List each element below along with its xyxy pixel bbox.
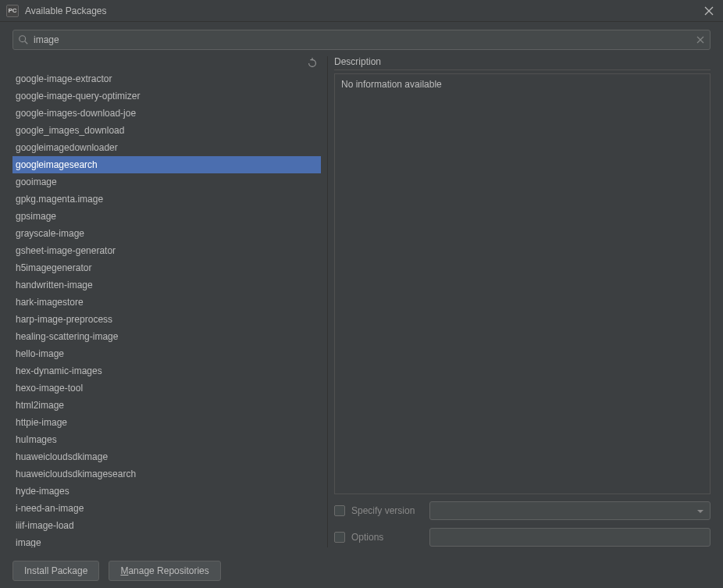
package-item[interactable]: gpsimage [12, 208, 321, 225]
package-item[interactable]: google-image-query-optimizer [12, 87, 321, 105]
package-item[interactable]: gooimage [12, 173, 321, 191]
package-item[interactable]: h5imagegenerator [12, 259, 321, 276]
svg-line-3 [25, 41, 28, 45]
options-checkbox[interactable] [334, 532, 345, 543]
package-item[interactable]: hex-dynamic-images [12, 362, 321, 380]
search-bar[interactable] [12, 30, 711, 50]
package-item[interactable]: harp-image-preprocess [12, 311, 321, 328]
main-content: google-image-extractorgoogle-image-query… [12, 56, 711, 547]
package-item[interactable]: hexo-image-tool [12, 380, 321, 397]
version-select[interactable] [429, 501, 711, 520]
footer: Install Package Manage Repositories [0, 554, 723, 588]
package-item[interactable]: html2image [12, 397, 321, 414]
specify-version-row: Specify version [334, 501, 711, 521]
manage-repositories-button[interactable]: Manage Repositories [109, 561, 220, 581]
package-item[interactable]: gsheet-image-generator [12, 242, 321, 259]
specify-version-label: Specify version [351, 505, 429, 516]
install-package-button[interactable]: Install Package [12, 561, 99, 581]
package-item[interactable]: httpie-image [12, 414, 321, 431]
close-button[interactable] [701, 3, 717, 19]
package-item[interactable]: i-need-an-image [12, 500, 321, 517]
title-bar: PC Available Packages [0, 0, 723, 22]
package-item[interactable]: google-images-download-joe [12, 105, 321, 122]
clear-search-icon[interactable] [696, 35, 705, 45]
package-item[interactable]: huImages [12, 431, 321, 448]
package-item[interactable]: gpkg.magenta.image [12, 191, 321, 208]
options-label: Options [351, 532, 429, 543]
package-item[interactable]: handwritten-image [12, 276, 321, 294]
package-item[interactable]: googleimagesearch [12, 156, 321, 173]
close-icon [704, 6, 714, 16]
package-item[interactable]: google-image-extractor [12, 70, 321, 87]
list-header [12, 56, 321, 70]
package-item[interactable]: healing-scattering-image [12, 328, 321, 345]
refresh-icon[interactable] [307, 58, 318, 69]
description-panel: Description No information available Spe… [327, 56, 711, 547]
options-input[interactable] [429, 528, 711, 547]
package-item[interactable]: grayscale-image [12, 225, 321, 242]
package-item[interactable]: huaweicloudsdkimage [12, 448, 321, 465]
package-item[interactable]: image [12, 534, 321, 547]
package-item[interactable]: hyde-images [12, 483, 321, 500]
package-item[interactable]: iiif-image-load [12, 517, 321, 534]
package-list-panel: google-image-extractorgoogle-image-query… [12, 56, 321, 547]
package-list[interactable]: google-image-extractorgoogle-image-query… [12, 70, 321, 547]
description-label: Description [334, 56, 711, 70]
specify-version-checkbox[interactable] [334, 505, 345, 516]
package-item[interactable]: hark-imagestore [12, 294, 321, 311]
options-row: Options [334, 527, 711, 547]
manage-label-mnemonic: M [120, 565, 128, 576]
package-item[interactable]: google_images_download [12, 122, 321, 139]
pycharm-icon: PC [6, 5, 19, 17]
package-item[interactable]: googleimagedownloader [12, 139, 321, 156]
svg-point-2 [20, 36, 26, 42]
manage-label-post: anage Repositories [128, 565, 208, 576]
description-content: No information available [334, 73, 711, 494]
window-title: Available Packages [25, 5, 701, 16]
search-input[interactable] [34, 34, 696, 45]
package-item[interactable]: hello-image [12, 345, 321, 362]
package-item[interactable]: huaweicloudsdkimagesearch [12, 465, 321, 483]
search-icon [18, 34, 29, 45]
